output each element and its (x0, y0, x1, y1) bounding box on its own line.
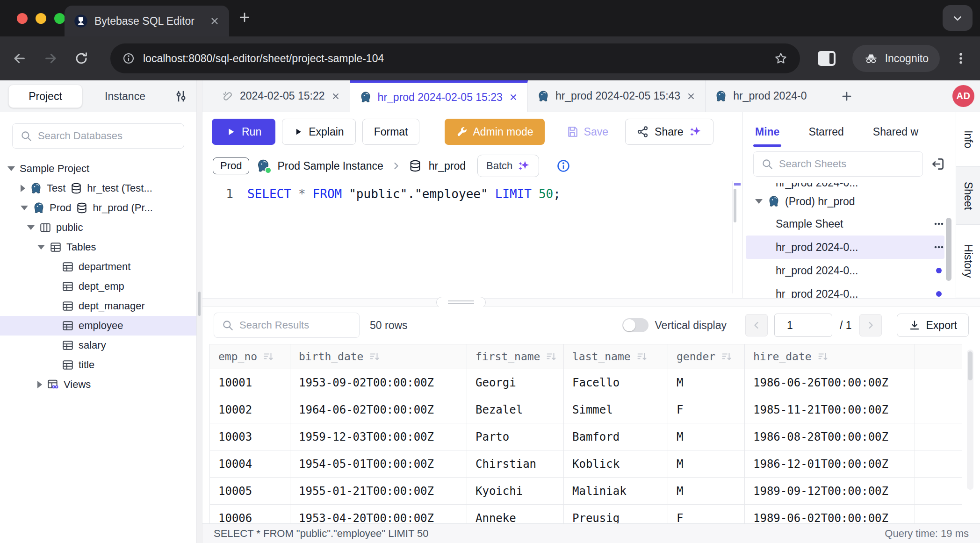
sparkles-icon[interactable] (689, 125, 702, 138)
cell[interactable]: F (668, 505, 745, 524)
tree-item-tables[interactable]: Tables (0, 237, 196, 257)
tab-project[interactable]: Project (8, 85, 82, 108)
caret-down-icon[interactable] (21, 206, 28, 210)
sheet-search-input[interactable] (779, 158, 915, 170)
database-search[interactable] (12, 123, 184, 149)
collapse-panel-icon[interactable] (930, 157, 945, 171)
new-sheet-button[interactable] (840, 90, 853, 103)
browser-menu-icon[interactable] (954, 51, 968, 65)
horizontal-splitter[interactable] (202, 298, 980, 307)
filter-sliders-icon[interactable] (174, 89, 188, 103)
cell[interactable]: 1953-04-20T00:00:00Z (290, 505, 467, 524)
close-tab-icon[interactable] (209, 16, 220, 26)
cell[interactable]: Bezalel (467, 396, 564, 423)
batch-button[interactable]: Batch (477, 155, 539, 177)
tab-info[interactable]: Info (956, 112, 980, 167)
sort-icon[interactable] (546, 351, 557, 363)
editor-scrollbar[interactable] (732, 181, 742, 293)
sort-icon[interactable] (263, 351, 274, 363)
sheet-tab-1[interactable]: 2024-02-05 15:22 (212, 80, 350, 112)
sheet-scrollbar-thumb[interactable] (946, 218, 951, 281)
admin-mode-button[interactable]: Admin mode (445, 119, 544, 145)
tree-item-views[interactable]: Views (0, 375, 196, 394)
cell[interactable]: Bamford (564, 423, 668, 450)
cell[interactable]: 10001 (210, 369, 290, 396)
sheet-search[interactable] (753, 151, 923, 177)
tab-starred[interactable]: Starred (808, 112, 843, 151)
column-header[interactable]: last_name (564, 344, 668, 369)
sheet-item[interactable]: hr_prod 2024-0... (746, 259, 944, 282)
sql-editor[interactable]: 1 SELECT*FROM"public"."employee"LIMIT50; (202, 180, 742, 298)
page-number-input[interactable] (774, 314, 832, 337)
tab-search-button[interactable] (943, 5, 973, 31)
tree-item-table-employee[interactable]: employee (0, 316, 196, 336)
tree-item-project[interactable]: Sample Project (0, 159, 196, 179)
sheet-group[interactable]: (Prod) hr_prod (743, 191, 956, 212)
cell[interactable]: Preusig (564, 505, 668, 524)
cell[interactable]: Kyoichi (467, 478, 564, 505)
caret-down-icon[interactable] (27, 225, 35, 230)
reload-button[interactable] (74, 51, 89, 66)
tab-instance[interactable]: Instance (105, 90, 145, 103)
browser-tab[interactable]: Bytebase SQL Editor (65, 6, 229, 36)
sort-icon[interactable] (369, 351, 380, 363)
results-scrollbar[interactable] (967, 350, 973, 490)
caret-down-icon[interactable] (7, 166, 15, 171)
close-sheet-icon[interactable] (686, 92, 696, 101)
database-name[interactable]: hr_prod (429, 160, 466, 172)
column-header[interactable]: birth_date (290, 344, 467, 369)
cell[interactable]: M (668, 478, 745, 505)
cell[interactable]: Chirstian (467, 450, 564, 478)
tree-item-table-dept-emp[interactable]: dept_emp (0, 277, 196, 296)
tree-item-table-department[interactable]: department (0, 257, 196, 277)
results-search-input[interactable] (239, 319, 352, 331)
sheet-tab-4[interactable]: hr_prod 2024-0 (706, 80, 833, 112)
format-button[interactable]: Format (362, 119, 420, 145)
cell[interactable]: 1986-12-01T00:00:00Z (745, 450, 915, 478)
sort-icon[interactable] (817, 351, 829, 363)
tree-item-table-title[interactable]: title (0, 355, 196, 375)
item-menu-icon[interactable] (933, 218, 944, 229)
user-avatar[interactable]: AD (952, 85, 974, 107)
caret-right-icon[interactable] (21, 185, 25, 192)
vertical-splitter[interactable] (196, 80, 202, 543)
instance-name[interactable]: Prod Sample Instance (277, 160, 383, 172)
cell[interactable]: 10006 (210, 505, 290, 524)
cell[interactable]: Parto (467, 423, 564, 450)
column-header[interactable]: hire_date (745, 344, 915, 369)
caret-down-icon[interactable] (37, 245, 45, 250)
minimize-window-button[interactable] (36, 13, 46, 24)
close-window-button[interactable] (17, 13, 28, 24)
info-circle-icon[interactable] (556, 159, 570, 173)
cell[interactable]: 1985-11-21T00:00:00Z (745, 396, 915, 423)
tab-history[interactable]: History (956, 225, 980, 298)
cell[interactable]: 1964-06-02T00:00:00Z (290, 396, 467, 423)
address-bar[interactable]: localhost:8080/sql-editor/sheet/project-… (110, 43, 800, 73)
cell[interactable]: 1989-06-02T00:00:00Z (745, 505, 915, 524)
run-button[interactable]: Run (212, 119, 275, 145)
cell[interactable]: Georgi (467, 369, 564, 396)
sql-line[interactable]: SELECT*FROM"public"."employee"LIMIT50; (247, 187, 568, 298)
cell[interactable]: 1989-09-12T00:00:00Z (745, 478, 915, 505)
cell[interactable]: 10004 (210, 450, 290, 478)
share-button[interactable]: Share (625, 119, 713, 145)
cell[interactable]: Simmel (564, 396, 668, 423)
item-menu-icon[interactable] (933, 242, 944, 253)
scroll-thumb[interactable] (734, 189, 736, 222)
tab-sheet[interactable]: Sheet (956, 167, 980, 224)
close-sheet-icon[interactable] (509, 93, 518, 102)
sheet-item[interactable]: Sample Sheet (746, 212, 944, 236)
tree-item-table-dept-manager[interactable]: dept_manager (0, 296, 196, 316)
column-header[interactable]: emp_no (210, 344, 290, 369)
new-tab-button[interactable] (238, 10, 252, 24)
cell[interactable]: M (668, 369, 745, 396)
cell[interactable]: M (668, 450, 745, 478)
tab-mine[interactable]: Mine (755, 112, 779, 151)
sort-icon[interactable] (721, 351, 732, 363)
forward-button[interactable] (43, 51, 58, 66)
cell[interactable]: 1986-06-26T00:00:00Z (745, 369, 915, 396)
sheet-item-clipped[interactable]: hr_prod 2024-0... (746, 183, 944, 191)
sheet-tab-2-active[interactable]: hr_prod 2024-02-05 15:23 (350, 80, 528, 112)
tree-item-schema-public[interactable]: public (0, 218, 196, 237)
tree-item-prod-instance[interactable]: Prod hr_prod (Pr... (0, 198, 196, 218)
